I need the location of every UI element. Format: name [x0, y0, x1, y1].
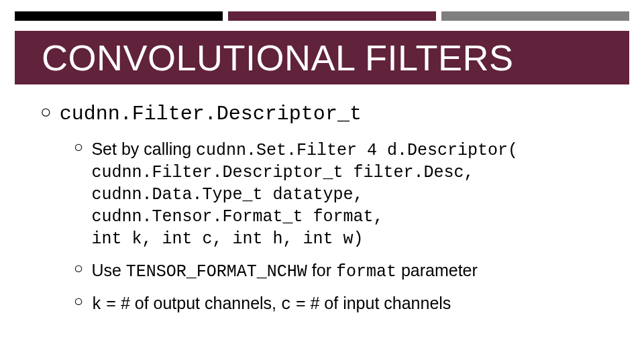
bar-segment-grey	[441, 11, 629, 21]
bullet-sub-3-body: k = # of output channels, c = # of input…	[91, 292, 451, 316]
decorative-top-bar	[15, 11, 629, 21]
sub1-code-block: cudnn.Filter.Descriptor_t filter.Desc, c…	[91, 162, 518, 250]
sub1-lead: Set by calling	[91, 139, 196, 158]
bar-segment-dark	[15, 11, 223, 21]
slide-content: ○ cudnn.Filter.Descriptor_t ○ Set by cal…	[40, 102, 617, 325]
title-band: CONVOLUTIONAL FILTERS	[15, 31, 629, 84]
sub3-k-text: = # of output channels,	[101, 294, 281, 312]
bullet-sub-1-body: Set by calling cudnn.Set.Filter 4 d.Desc…	[91, 138, 518, 250]
bullet-icon: ○	[74, 292, 83, 312]
sub2-mid: for	[307, 261, 336, 280]
bullet-icon: ○	[40, 102, 52, 125]
slide: CONVOLUTIONAL FILTERS ○ cudnn.Filter.Des…	[0, 0, 644, 362]
sub1-code-call: cudnn.Set.Filter 4 d.Descriptor(	[196, 141, 518, 160]
bar-segment-maroon	[228, 11, 436, 21]
bar-gap	[223, 11, 228, 21]
bullet-sub-2: ○ Use TENSOR_FORMAT_NCHW for format para…	[74, 259, 617, 283]
slide-title: CONVOLUTIONAL FILTERS	[42, 37, 514, 78]
sub2-pre: Use	[91, 261, 125, 280]
bullet-icon: ○	[74, 138, 83, 158]
bullet-icon: ○	[74, 259, 83, 280]
bullet-sub-3: ○ k = # of output channels, c = # of inp…	[74, 292, 617, 316]
sub3-c: c	[281, 295, 291, 314]
bar-gap	[436, 11, 441, 21]
bullet-main: ○ cudnn.Filter.Descriptor_t	[40, 102, 617, 126]
sub2-param: format	[336, 262, 396, 282]
sub3-k: k	[91, 295, 101, 314]
sub2-code: TENSOR_FORMAT_NCHW	[126, 262, 307, 282]
bullet-main-text: cudnn.Filter.Descriptor_t	[60, 102, 362, 126]
sub3-c-text: = # of input channels	[291, 294, 451, 312]
bullet-sub-2-body: Use TENSOR_FORMAT_NCHW for format parame…	[91, 259, 477, 283]
bullet-sub-1: ○ Set by calling cudnn.Set.Filter 4 d.De…	[74, 138, 617, 250]
sub2-post: parameter	[396, 261, 478, 280]
